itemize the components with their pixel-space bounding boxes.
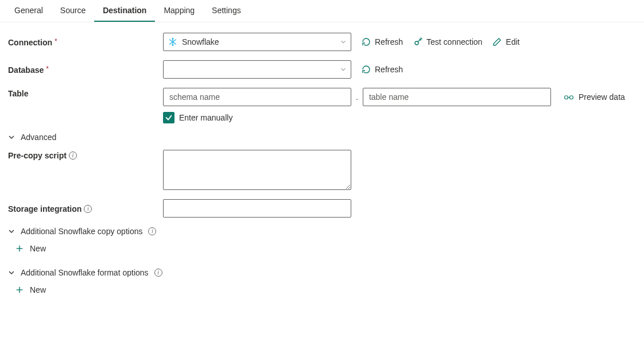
svg-point-10 xyxy=(569,96,573,99)
table-name-input[interactable] xyxy=(363,88,551,106)
label-connection: Connection xyxy=(8,38,52,47)
info-icon[interactable]: i xyxy=(69,152,77,160)
format-options-label: Additional Snowflake format options xyxy=(21,268,149,277)
format-options-section-toggle[interactable]: Additional Snowflake format options i xyxy=(8,268,636,277)
label-database: Database xyxy=(8,65,44,75)
pre-copy-script-textarea[interactable] xyxy=(163,150,351,190)
snowflake-icon xyxy=(168,37,177,46)
refresh-database-button[interactable]: Refresh xyxy=(362,65,403,74)
chevron-down-icon xyxy=(8,134,15,141)
label-pre-copy-script: Pre-copy script xyxy=(8,151,67,160)
required-star-icon: * xyxy=(46,65,49,73)
refresh-icon xyxy=(362,37,371,46)
tab-general[interactable]: General xyxy=(6,0,52,22)
enter-manually-checkbox[interactable] xyxy=(163,112,174,123)
dot-separator: . xyxy=(356,92,358,102)
advanced-label: Advanced xyxy=(21,133,56,142)
plug-icon xyxy=(413,37,422,46)
chevron-down-icon xyxy=(8,269,15,276)
chevron-down-icon xyxy=(340,39,346,45)
required-star-icon: * xyxy=(55,37,57,45)
pencil-icon xyxy=(492,37,502,46)
info-icon[interactable]: i xyxy=(84,205,92,213)
advanced-section-toggle[interactable]: Advanced xyxy=(8,133,636,142)
test-connection-button[interactable]: Test connection xyxy=(413,37,482,46)
storage-integration-input[interactable] xyxy=(163,199,351,218)
tab-source[interactable]: Source xyxy=(52,0,94,22)
connection-select[interactable]: Snowflake xyxy=(163,33,351,51)
copy-options-section-toggle[interactable]: Additional Snowflake copy options i xyxy=(8,227,636,236)
new-copy-option-button[interactable]: New xyxy=(15,244,46,253)
test-connection-label: Test connection xyxy=(426,37,482,46)
preview-data-label: Preview data xyxy=(579,92,625,102)
svg-point-9 xyxy=(564,96,568,99)
new-label: New xyxy=(30,244,46,253)
database-select[interactable] xyxy=(163,60,351,79)
preview-data-button[interactable]: Preview data xyxy=(564,92,625,102)
tab-settings[interactable]: Settings xyxy=(203,0,250,22)
new-format-option-button[interactable]: New xyxy=(15,285,46,294)
edit-connection-button[interactable]: Edit xyxy=(492,37,519,46)
refresh-connection-button[interactable]: Refresh xyxy=(362,37,403,46)
new-label: New xyxy=(30,285,46,294)
chevron-down-icon xyxy=(8,228,15,235)
schema-name-input[interactable] xyxy=(163,88,351,106)
edit-label: Edit xyxy=(506,37,519,46)
label-storage-integration: Storage integration xyxy=(8,204,82,214)
connection-value: Snowflake xyxy=(182,37,219,46)
enter-manually-label: Enter manually xyxy=(179,113,232,122)
info-icon[interactable]: i xyxy=(148,227,156,235)
tab-bar: General Source Destination Mapping Setti… xyxy=(0,0,644,22)
glasses-icon xyxy=(564,93,574,101)
tab-mapping[interactable]: Mapping xyxy=(155,0,203,22)
chevron-down-icon xyxy=(340,67,346,72)
info-icon[interactable]: i xyxy=(154,269,162,277)
refresh-icon xyxy=(362,65,371,74)
plus-icon xyxy=(15,245,24,253)
plus-icon xyxy=(15,286,24,294)
label-table: Table xyxy=(8,89,29,98)
tab-destination[interactable]: Destination xyxy=(94,0,155,22)
copy-options-label: Additional Snowflake copy options xyxy=(21,227,142,236)
refresh-label: Refresh xyxy=(375,65,403,74)
refresh-label: Refresh xyxy=(375,37,403,46)
